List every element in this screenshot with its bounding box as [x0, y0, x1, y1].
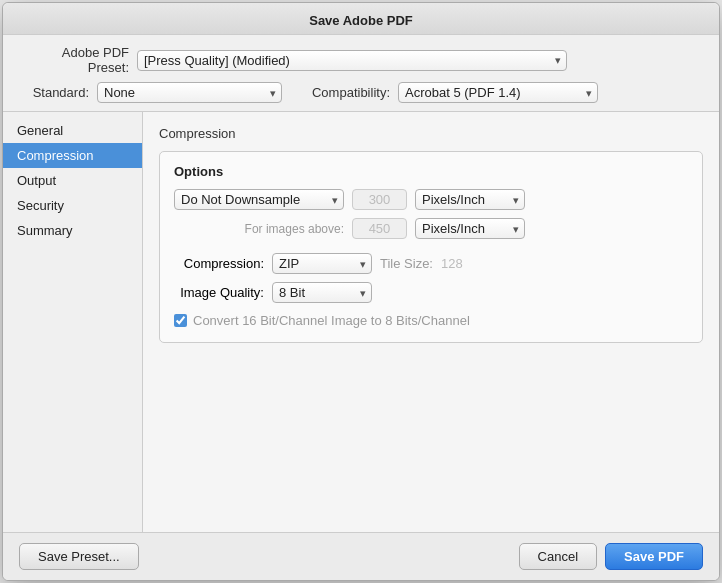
save-pdf-dialog: Save Adobe PDF Adobe PDF Preset: [Press …	[2, 2, 720, 581]
compression-row: Compression: ZIP JPEG JPEG 2000 None Til…	[174, 253, 688, 274]
bottom-bar: Save Preset... Cancel Save PDF	[3, 532, 719, 580]
standard-label: Standard:	[19, 85, 89, 100]
dialog-title: Save Adobe PDF	[309, 13, 413, 28]
for-images-above-label: For images above:	[174, 222, 344, 236]
sidebar: General Compression Output Security Summ…	[3, 112, 143, 532]
convert-checkbox-row: Convert 16 Bit/Channel Image to 8 Bits/C…	[174, 313, 688, 328]
image-quality-select[interactable]: 8 Bit 4 Bit 2 Bit 1 Bit	[272, 282, 372, 303]
section-title: Compression	[159, 126, 703, 141]
preset-select[interactable]: [Press Quality] (Modified)	[137, 50, 567, 71]
pixels-per-inch-select2[interactable]: Pixels/Inch Pixels/cm	[415, 218, 525, 239]
options-group-title: Options	[174, 164, 688, 179]
compatibility-select[interactable]: Acrobat 5 (PDF 1.4)	[398, 82, 598, 103]
pixels-select-wrapper2: Pixels/Inch Pixels/cm	[415, 218, 525, 239]
save-preset-button[interactable]: Save Preset...	[19, 543, 139, 570]
quality-select-wrapper: 8 Bit 4 Bit 2 Bit 1 Bit	[272, 282, 372, 303]
downsample-select[interactable]: Do Not Downsample Average Downsampling T…	[174, 189, 344, 210]
sidebar-item-output[interactable]: Output	[3, 168, 142, 193]
compat-select-wrapper: Acrobat 5 (PDF 1.4)	[398, 82, 598, 103]
compatibility-label: Compatibility:	[290, 85, 390, 100]
compression-select[interactable]: ZIP JPEG JPEG 2000 None	[272, 253, 372, 274]
right-buttons: Cancel Save PDF	[519, 543, 703, 570]
standard-select[interactable]: None	[97, 82, 282, 103]
resolution-input[interactable]	[352, 189, 407, 210]
compression-select-wrapper: ZIP JPEG JPEG 2000 None	[272, 253, 372, 274]
preset-row: Adobe PDF Preset: [Press Quality] (Modif…	[19, 45, 703, 75]
image-quality-row: Image Quality: 8 Bit 4 Bit 2 Bit 1 Bit	[174, 282, 688, 303]
preset-select-wrapper: [Press Quality] (Modified)	[137, 50, 567, 71]
convert-checkbox[interactable]	[174, 314, 187, 327]
title-bar: Save Adobe PDF	[3, 3, 719, 35]
image-quality-label: Image Quality:	[174, 285, 264, 300]
cancel-button[interactable]: Cancel	[519, 543, 597, 570]
top-controls: Adobe PDF Preset: [Press Quality] (Modif…	[3, 35, 719, 112]
pixels-per-inch-select[interactable]: Pixels/Inch Pixels/cm	[415, 189, 525, 210]
preset-label: Adobe PDF Preset:	[19, 45, 129, 75]
tile-size-label: Tile Size:	[380, 256, 433, 271]
compression-label: Compression:	[174, 256, 264, 271]
standard-compat-row: Standard: None Compatibility: Acrobat 5 …	[19, 82, 703, 103]
convert-checkbox-label: Convert 16 Bit/Channel Image to 8 Bits/C…	[193, 313, 470, 328]
pixels-select-wrapper: Pixels/Inch Pixels/cm	[415, 189, 525, 210]
main-area: General Compression Output Security Summ…	[3, 112, 719, 532]
save-pdf-button[interactable]: Save PDF	[605, 543, 703, 570]
sidebar-item-compression[interactable]: Compression	[3, 143, 142, 168]
content-area: Compression Options Do Not Downsample Av…	[143, 112, 719, 532]
downsample-select-wrapper: Do Not Downsample Average Downsampling T…	[174, 189, 344, 210]
sidebar-item-summary[interactable]: Summary	[3, 218, 142, 243]
for-images-above-input[interactable]	[352, 218, 407, 239]
standard-select-wrapper: None	[97, 82, 282, 103]
tile-size-value: 128	[441, 256, 463, 271]
sidebar-item-security[interactable]: Security	[3, 193, 142, 218]
for-images-above-row: For images above: Pixels/Inch Pixels/cm	[174, 218, 688, 239]
downsample-row: Do Not Downsample Average Downsampling T…	[174, 189, 688, 210]
options-group: Options Do Not Downsample Average Downsa…	[159, 151, 703, 343]
sidebar-item-general[interactable]: General	[3, 118, 142, 143]
